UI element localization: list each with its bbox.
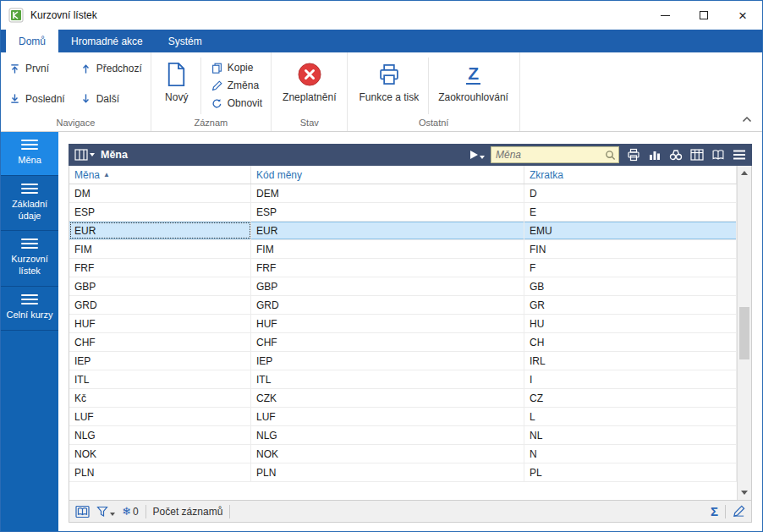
content-panel: Měna [58, 132, 762, 531]
columns-button[interactable] [690, 149, 704, 161]
invalidate-label: Zneplatnění [283, 92, 336, 104]
dictionary-button[interactable] [711, 149, 725, 162]
scroll-down-button[interactable] [738, 485, 751, 500]
chart-button[interactable] [648, 148, 661, 162]
search-input[interactable] [496, 149, 605, 161]
list-icon [21, 184, 38, 194]
new-label: Nový [165, 92, 188, 104]
vertical-scrollbar[interactable] [737, 166, 751, 500]
collapse-ribbon-button[interactable] [742, 111, 752, 126]
scroll-track[interactable] [738, 180, 751, 485]
table-cell: LUF [251, 408, 524, 425]
table-row[interactable]: GRDGRDGR [69, 296, 737, 315]
currency-table: Měna ▲ Kód měny Zkratka DMDEMDESPESPEEUR… [69, 166, 737, 500]
invalidate-button[interactable]: Zneplatnění [277, 56, 342, 104]
table-row[interactable]: GBPGBPGB [69, 277, 737, 296]
table-cell: CH [524, 333, 737, 351]
column-header-kod-meny[interactable]: Kód měny [251, 166, 524, 184]
table-row[interactable]: HUFHUFHU [69, 315, 737, 333]
print-functions-button[interactable]: Funkce a tisk [353, 56, 425, 104]
play-icon [470, 151, 478, 159]
table-cell: FIN [524, 240, 737, 258]
print-button[interactable] [627, 148, 640, 162]
table-row[interactable]: LUFLUFL [69, 408, 737, 426]
table-row[interactable]: KčCZKCZ [69, 389, 737, 408]
sidebar: Měna Základní údaje Kurzovní lístek Celn… [1, 132, 58, 531]
first-arrow-up-bar-icon [9, 63, 20, 74]
refresh-label: Obnovit [228, 97, 262, 109]
sidebar-item-kurzovni-listek[interactable]: Kurzovní lístek [1, 231, 58, 287]
table-cell: F [524, 259, 737, 277]
table-cell: ESP [251, 203, 524, 221]
table-row[interactable]: ESPESPE [69, 203, 737, 222]
tab-hromadne-akce[interactable]: Hromadné akce [58, 30, 156, 52]
next-label: Další [96, 93, 119, 105]
statusbar-separator [229, 505, 230, 518]
table-row[interactable]: NOKNOKN [69, 445, 737, 463]
table-cell: PLN [251, 463, 524, 481]
chevron-up-icon [742, 116, 752, 123]
chevron-down-icon [480, 156, 485, 159]
group-label-stav: Stav [277, 116, 342, 131]
column-header-zkratka[interactable]: Zkratka [524, 166, 737, 184]
chevron-down-icon [90, 153, 95, 156]
edit-button[interactable]: Změna [208, 78, 266, 93]
sidebar-item-label: Celní kurzy [6, 310, 52, 321]
table-row[interactable]: PLNPLNPL [69, 463, 737, 482]
table-cell: CZK [251, 389, 524, 407]
quick-edit-button[interactable] [733, 505, 745, 518]
list-icon [21, 294, 38, 304]
last-button[interactable]: Poslední [6, 91, 69, 107]
menu-button[interactable] [733, 149, 746, 161]
find-button[interactable] [669, 148, 683, 162]
columns-icon [690, 149, 704, 161]
table-row[interactable]: IEPIEPIRL [69, 352, 737, 370]
table-row[interactable]: CHFCHFCH [69, 333, 737, 352]
table-row[interactable]: EUREUREMU [69, 222, 737, 240]
triangle-up-icon [741, 171, 748, 175]
table-row[interactable]: NLGNLGNL [69, 426, 737, 445]
scroll-thumb[interactable] [739, 307, 749, 359]
tab-system[interactable]: Systém [156, 30, 215, 52]
scroll-up-button[interactable] [738, 166, 751, 180]
table-row[interactable]: FRFFRFF [69, 259, 737, 277]
next-button[interactable]: Další [77, 91, 145, 107]
table-cell: CZ [524, 389, 737, 407]
table-cell: L [524, 408, 737, 425]
edit-label: Změna [228, 80, 259, 91]
list-icon [21, 140, 38, 150]
app-icon [8, 8, 24, 23]
table-row[interactable]: DMDEMD [69, 184, 737, 203]
tab-domu[interactable]: Domů [6, 30, 58, 52]
refresh-button[interactable]: Obnovit [208, 96, 266, 111]
previous-button[interactable]: Předchozí [77, 61, 145, 76]
close-button[interactable]: × [723, 1, 762, 30]
first-button[interactable]: První [6, 61, 69, 76]
main-area: Měna Základní údaje Kurzovní lístek Celn… [1, 132, 762, 531]
rounding-button[interactable]: Z Zaokrouhlování [432, 56, 514, 104]
copy-button[interactable]: Kopie [208, 60, 266, 75]
run-filter-button[interactable] [470, 151, 485, 159]
new-button[interactable]: Nový [156, 56, 197, 104]
view-selector-button[interactable] [74, 149, 95, 161]
invalidate-red-x-icon [297, 59, 322, 90]
sidebar-item-celni-kurzy[interactable]: Celní kurzy [1, 287, 58, 331]
minimize-button[interactable] [645, 1, 684, 30]
table-cell: HUF [69, 315, 251, 332]
sidebar-item-zakladni-udaje[interactable]: Základní údaje [1, 176, 58, 232]
filter-button[interactable] [96, 506, 115, 518]
search-icon[interactable] [605, 150, 616, 161]
search-box [491, 146, 619, 163]
maximize-button[interactable] [684, 1, 723, 30]
detail-view-button[interactable] [75, 505, 90, 518]
frozen-filter-indicator[interactable]: ❄ 0 [122, 505, 139, 518]
table-cell: E [524, 203, 737, 221]
zaznam-small-items: Kopie Změna Obnovit [208, 56, 266, 111]
column-header-mena[interactable]: Měna ▲ [69, 166, 251, 184]
sum-button[interactable]: Σ [711, 504, 718, 518]
sidebar-item-mena[interactable]: Měna [1, 132, 58, 176]
next-arrow-down-icon [80, 93, 91, 104]
table-row[interactable]: ITLITLI [69, 370, 737, 389]
table-row[interactable]: FIMFIMFIN [69, 240, 737, 259]
table-cell: CHF [251, 333, 524, 351]
